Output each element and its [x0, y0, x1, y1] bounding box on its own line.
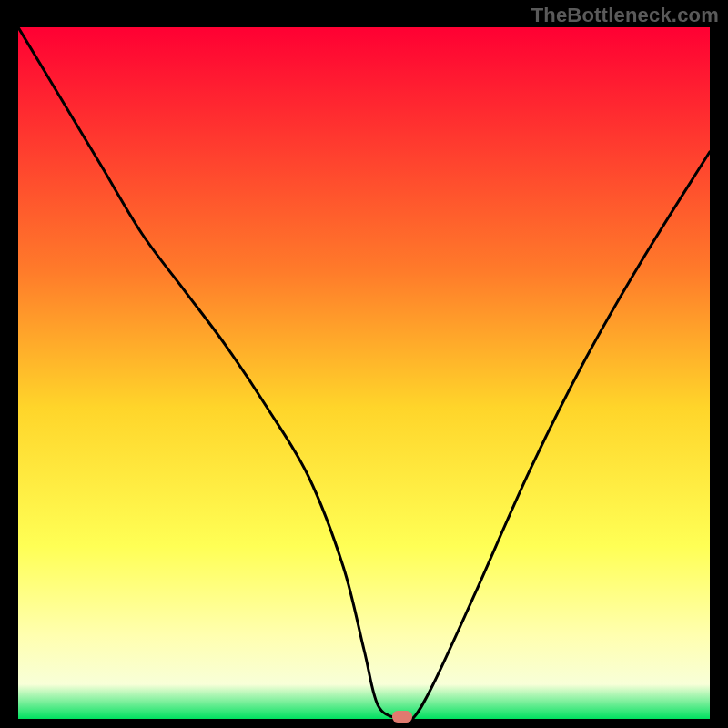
chart-background [18, 27, 710, 719]
watermark-text: TheBottleneck.com [531, 4, 719, 27]
optimum-marker [392, 711, 412, 723]
bottleneck-chart [18, 27, 710, 719]
